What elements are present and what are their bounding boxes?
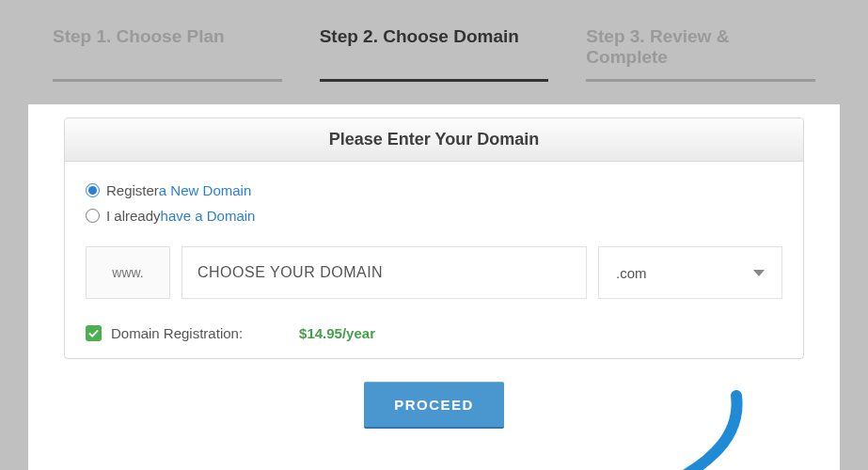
step-3[interactable]: Step 3. Review & Complete: [586, 26, 815, 82]
radio-register-text: Register: [106, 182, 159, 198]
check-icon: [88, 328, 99, 338]
radio-register-new[interactable]: Register a New Domain: [86, 182, 782, 198]
tld-dropdown[interactable]: .com: [598, 246, 782, 299]
domain-input[interactable]: [181, 246, 587, 299]
content-area: Please Enter Your Domain Register a New …: [28, 104, 840, 470]
progress-steps: Step 1. Choose Plan Step 2. Choose Domai…: [0, 0, 868, 82]
domain-panel: Please Enter Your Domain Register a New …: [64, 118, 804, 359]
radio-have-input[interactable]: [86, 209, 100, 223]
radio-have-text: I already: [106, 208, 161, 224]
step-2[interactable]: Step 2. Choose Domain: [320, 26, 549, 82]
registration-checkbox[interactable]: [86, 325, 102, 341]
registration-label: Domain Registration:: [111, 325, 243, 341]
radio-have-domain[interactable]: I already have a Domain: [86, 208, 782, 224]
domain-input-row: www. .com: [86, 246, 782, 299]
panel-body: Register a New Domain I already have a D…: [65, 162, 803, 358]
registration-row: Domain Registration: $14.95/year: [86, 325, 782, 341]
chevron-down-icon: [753, 270, 765, 276]
tld-value: .com: [616, 265, 647, 281]
panel-title: Please Enter Your Domain: [65, 118, 803, 162]
www-prefix: www.: [86, 246, 170, 299]
proceed-container: PROCEED: [64, 382, 804, 429]
radio-register-input[interactable]: [86, 183, 100, 197]
registration-price: $14.95/year: [299, 325, 375, 341]
radio-register-link: a New Domain: [159, 182, 251, 198]
proceed-button[interactable]: PROCEED: [364, 382, 504, 429]
step-1[interactable]: Step 1. Choose Plan: [53, 26, 282, 82]
radio-have-link: have a Domain: [161, 208, 256, 224]
